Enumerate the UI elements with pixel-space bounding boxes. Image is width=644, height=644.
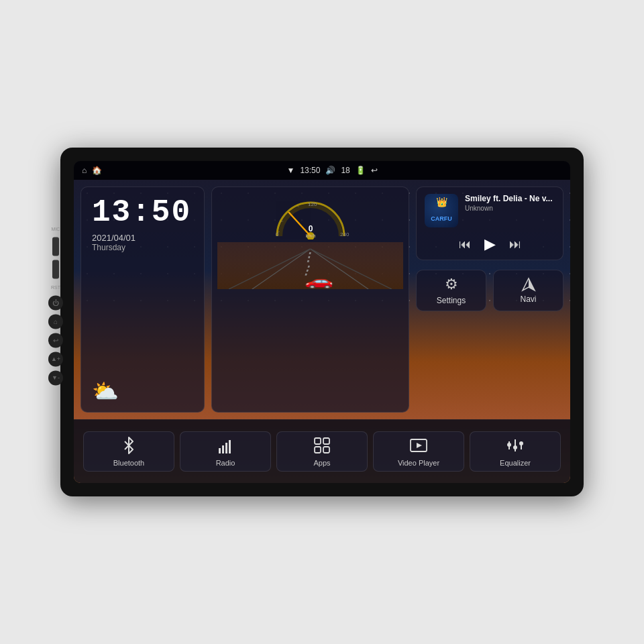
svg-rect-28 — [315, 438, 321, 444]
prev-button[interactable]: ⏮ — [459, 237, 471, 252]
nav-item-bluetooth[interactable]: Bluetooth — [83, 431, 174, 472]
road-svg: 🚗 — [217, 242, 403, 289]
speedometer-svg: 0 120 240 0 km/h — [270, 193, 351, 239]
volume-level: 18 — [341, 166, 350, 175]
status-center: ▼ 13:50 🔊 18 🔋 ↩ — [286, 166, 377, 175]
play-button[interactable]: ▶ — [484, 235, 496, 253]
svg-point-36 — [507, 443, 511, 447]
road-scene: 🚗 — [217, 242, 403, 289]
music-info: Smiley ft. Delia - Ne v... Unknown — [465, 194, 555, 212]
svg-text:120: 120 — [308, 201, 317, 207]
rst-label: RST — [51, 285, 60, 290]
home-icon: ⌂ — [82, 166, 87, 175]
car-head-unit: MIC RST ⏻ ⌂ ↩ ▲+ ▼- ⌂ 🏠 ▼ 13:50 🔊 18 🔋 ↩ — [60, 148, 584, 496]
video-player-icon — [409, 436, 428, 455]
clock-widget: 13:50 2021/04/01 Thursday ⛅ — [80, 186, 205, 413]
video-player-label: Video Player — [398, 459, 439, 467]
bottom-nav: Bluetooth Radio — [74, 419, 570, 483]
bluetooth-icon — [119, 436, 138, 455]
speed-unit: km/h — [305, 233, 315, 238]
music-top: 👑 CARFU Smiley ft. Delia - Ne v... Unkno… — [425, 194, 555, 227]
speed-widget: 0 120 240 0 km/h — [211, 186, 409, 413]
svg-rect-30 — [315, 447, 321, 453]
svg-text:0: 0 — [276, 231, 279, 237]
svg-rect-31 — [323, 447, 329, 453]
wifi-icon: ▼ — [286, 166, 294, 175]
svg-text:🚗: 🚗 — [305, 273, 334, 289]
music-logo: 👑 CARFU — [425, 194, 458, 227]
status-time: 13:50 — [300, 166, 320, 175]
crown-icon: 👑 — [436, 197, 447, 207]
music-artist: Unknown — [465, 205, 555, 212]
settings-button[interactable]: ⚙ Settings — [416, 270, 486, 311]
svg-rect-29 — [323, 438, 329, 444]
side-buttons: MIC RST ⏻ ⌂ ↩ ▲+ ▼- — [48, 227, 63, 385]
clock-day: Thursday — [92, 243, 193, 252]
navi-label: Navi — [520, 294, 536, 304]
settings-navi-row: ⚙ Settings Navi — [416, 270, 564, 311]
svg-rect-25 — [222, 445, 224, 453]
navi-icon — [521, 277, 536, 292]
radio-label: Radio — [216, 459, 235, 467]
back-side-button[interactable]: ↩ — [48, 333, 63, 347]
svg-text:240: 240 — [340, 231, 350, 237]
carfu-logo-text: CARFU — [431, 215, 452, 222]
clock-date: 2021/04/01 — [92, 233, 193, 243]
right-column: 👑 CARFU Smiley ft. Delia - Ne v... Unkno… — [416, 186, 564, 413]
vol-up-button[interactable]: ▲+ — [48, 352, 63, 366]
side-button-2[interactable] — [52, 260, 59, 278]
volume-icon: 🔊 — [325, 166, 335, 175]
settings-label: Settings — [437, 296, 466, 305]
svg-marker-34 — [417, 443, 422, 448]
music-controls: ⏮ ▶ ⏭ — [425, 235, 555, 253]
music-title: Smiley ft. Delia - Ne v... — [465, 194, 555, 203]
speed-value: 0 — [308, 224, 313, 233]
status-bar: ⌂ 🏠 ▼ 13:50 🔊 18 🔋 ↩ — [74, 161, 570, 180]
settings-icon: ⚙ — [445, 276, 458, 293]
nav-item-video-player[interactable]: Video Player — [373, 431, 464, 472]
widgets-row: 13:50 2021/04/01 Thursday ⛅ — [74, 180, 570, 419]
next-button[interactable]: ⏭ — [509, 237, 521, 252]
radio-icon — [216, 436, 235, 455]
mic-label: MIC — [52, 227, 60, 231]
status-left: ⌂ 🏠 — [82, 166, 102, 175]
main-content: 13:50 2021/04/01 Thursday ⛅ — [74, 180, 570, 483]
apps-label: Apps — [313, 459, 330, 467]
bluetooth-label: Bluetooth — [113, 459, 144, 467]
equalizer-icon — [506, 436, 525, 455]
equalizer-label: Equalizer — [500, 459, 531, 467]
battery-icon: 🔋 — [356, 166, 366, 175]
svg-line-13 — [289, 213, 311, 236]
clock-time: 13:50 — [92, 195, 193, 230]
nav-item-apps[interactable]: Apps — [276, 431, 368, 472]
nav-item-radio[interactable]: Radio — [180, 431, 271, 472]
svg-rect-27 — [229, 440, 231, 453]
svg-point-38 — [513, 445, 517, 449]
home-side-button[interactable]: ⌂ — [48, 314, 63, 329]
nav-item-equalizer[interactable]: Equalizer — [470, 431, 561, 472]
svg-rect-26 — [225, 443, 227, 453]
svg-point-40 — [519, 441, 523, 445]
side-button-1[interactable] — [52, 237, 59, 256]
vol-down-button[interactable]: ▼- — [48, 370, 63, 385]
house-icon: 🏠 — [92, 166, 102, 175]
music-widget: 👑 CARFU Smiley ft. Delia - Ne v... Unkno… — [416, 186, 564, 260]
screen: ⌂ 🏠 ▼ 13:50 🔊 18 🔋 ↩ 13:50 2021/04/0 — [74, 161, 570, 483]
power-button[interactable]: ⏻ — [48, 295, 63, 310]
navi-button[interactable]: Navi — [493, 270, 564, 311]
svg-rect-24 — [219, 448, 221, 453]
apps-icon — [313, 436, 331, 455]
weather-icon: ⛅ — [92, 378, 193, 404]
back-icon: ↩ — [371, 166, 378, 175]
